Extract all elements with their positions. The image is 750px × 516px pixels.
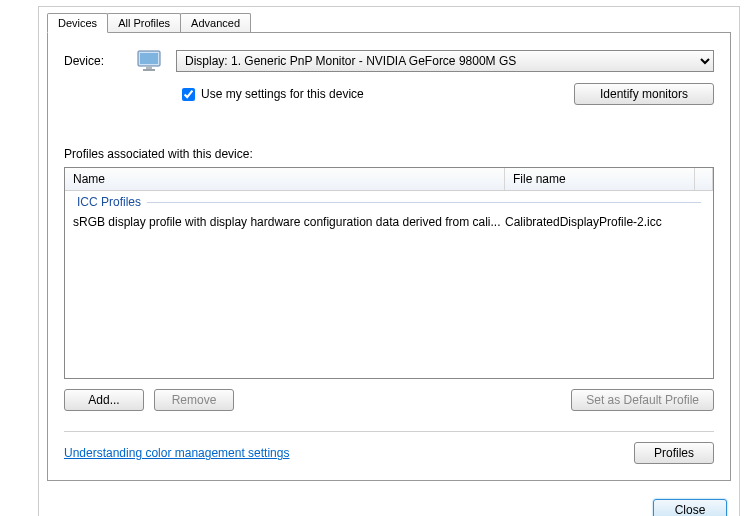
- column-header-file[interactable]: File name: [505, 168, 695, 190]
- use-settings-checkbox[interactable]: [182, 88, 195, 101]
- column-header-end: [695, 168, 713, 190]
- svg-rect-2: [146, 66, 152, 69]
- identify-monitors-button[interactable]: Identify monitors: [574, 83, 714, 105]
- color-management-dialog: Devices All Profiles Advanced Device: Di…: [38, 6, 740, 516]
- profiles-section-label: Profiles associated with this device:: [64, 147, 714, 161]
- profile-list[interactable]: Name File name ICC Profiles sRGB display…: [64, 167, 714, 379]
- panel-footer-row: Understanding color management settings …: [64, 442, 714, 464]
- remove-button[interactable]: Remove: [154, 389, 234, 411]
- svg-rect-1: [140, 53, 158, 64]
- tab-devices[interactable]: Devices: [47, 13, 108, 33]
- monitor-icon: [136, 49, 164, 73]
- add-button[interactable]: Add...: [64, 389, 144, 411]
- list-header: Name File name: [65, 168, 713, 191]
- profile-file-cell: CalibratedDisplayProfile-2.icc: [505, 215, 705, 229]
- list-item[interactable]: sRGB display profile with display hardwa…: [65, 213, 713, 231]
- divider: [64, 431, 714, 432]
- profile-name-cell: sRGB display profile with display hardwa…: [73, 215, 505, 229]
- svg-rect-3: [143, 69, 155, 71]
- set-default-button[interactable]: Set as Default Profile: [571, 389, 714, 411]
- help-link[interactable]: Understanding color management settings: [64, 446, 289, 460]
- column-header-name[interactable]: Name: [65, 168, 505, 190]
- dialog-footer: Close: [39, 489, 739, 516]
- device-dropdown[interactable]: Display: 1. Generic PnP Monitor - NVIDIA…: [176, 50, 714, 72]
- settings-row: Use my settings for this device Identify…: [182, 83, 714, 105]
- list-button-row: Add... Remove Set as Default Profile: [64, 389, 714, 411]
- tab-advanced[interactable]: Advanced: [180, 13, 251, 32]
- use-settings-label: Use my settings for this device: [201, 87, 364, 101]
- close-button[interactable]: Close: [653, 499, 727, 516]
- tab-all-profiles[interactable]: All Profiles: [107, 13, 181, 32]
- group-header-icc: ICC Profiles: [65, 191, 713, 213]
- tab-bar: Devices All Profiles Advanced: [39, 11, 739, 32]
- device-row: Device: Display: 1. Generic PnP Monitor …: [64, 49, 714, 73]
- device-label: Device:: [64, 54, 124, 68]
- profiles-button[interactable]: Profiles: [634, 442, 714, 464]
- devices-panel: Device: Display: 1. Generic PnP Monitor …: [47, 32, 731, 481]
